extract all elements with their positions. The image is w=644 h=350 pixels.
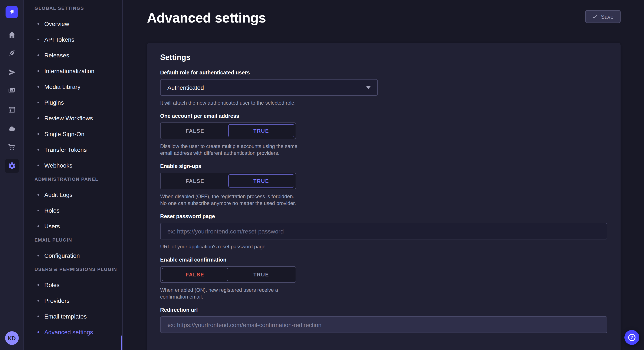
sidebar-item-admin-roles[interactable]: Roles (24, 205, 122, 216)
page-title: Advanced settings (147, 10, 266, 26)
active-item-indicator (121, 336, 122, 350)
email-confirmation-toggle: FALSE TRUE (160, 266, 296, 283)
field-label: Enable sign-ups (160, 163, 607, 169)
toggle-option-true[interactable]: TRUE (228, 268, 294, 281)
select-value: Authenticated (168, 84, 204, 91)
toggle-option-false[interactable]: FALSE (162, 124, 228, 137)
save-button[interactable]: Save (585, 10, 620, 23)
cloud-icon[interactable] (4, 121, 19, 136)
bullet-icon (38, 133, 39, 135)
sidebar-item-review-workflows[interactable]: Review Workflows (24, 113, 122, 123)
sidebar-item-providers[interactable]: Providers (24, 296, 122, 306)
bullet-icon (38, 149, 39, 151)
bullet-icon (38, 255, 39, 256)
section-header: ADMINISTRATION PANEL (24, 176, 122, 182)
sidebar-item-api-tokens[interactable]: API Tokens (24, 34, 122, 45)
check-icon (592, 14, 598, 19)
reset-password-input[interactable] (160, 223, 607, 239)
sidebar-item-media-library[interactable]: Media Library (24, 82, 122, 92)
bullet-icon (38, 331, 39, 333)
bullet-icon (38, 86, 39, 88)
sidebar-item-single-sign-on[interactable]: Single Sign-On (24, 129, 122, 139)
field-hint: When enabled (ON), new registered users … (160, 287, 302, 300)
home-icon[interactable] (4, 28, 19, 42)
field-reset-password: Reset password page URL of your applicat… (160, 213, 607, 250)
sidebar-item-webhooks[interactable]: Webhooks (24, 160, 122, 171)
section-header: USERS & PERMISSIONS PLUGIN (24, 266, 122, 272)
sidebar-item-email-templates[interactable]: Email templates (24, 311, 122, 322)
one-account-toggle: FALSE TRUE (160, 123, 296, 139)
nav-rail: KD (0, 0, 24, 350)
bullet-icon (38, 70, 39, 72)
toggle-option-false[interactable]: FALSE (162, 174, 228, 187)
field-hint: URL of your application's reset password… (160, 243, 607, 250)
bullet-icon (38, 165, 39, 166)
field-hint: When disabled (OFF), the registration pr… (160, 193, 302, 207)
bullet-icon (38, 54, 39, 56)
strapi-glyph (8, 9, 15, 15)
toggle-option-true[interactable]: TRUE (228, 174, 294, 187)
paper-plane-icon[interactable] (4, 65, 19, 80)
toggle-option-false[interactable]: FALSE (162, 268, 228, 281)
default-role-select[interactable]: Authenticated (160, 79, 378, 96)
bullet-icon (38, 23, 39, 25)
sidebar-item-plugins[interactable]: Plugins (24, 97, 122, 108)
rail-icon-list (0, 24, 24, 326)
sidebar-item-advanced-settings[interactable]: Advanced settings (24, 327, 122, 337)
field-one-account: One account per email address FALSE TRUE… (160, 113, 607, 157)
sidebar-item-up-roles[interactable]: Roles (24, 280, 122, 290)
logo-section (0, 0, 24, 24)
settings-sidebar: GLOBAL SETTINGS Overview API Tokens Rele… (24, 0, 122, 350)
bullet-icon (38, 300, 39, 302)
settings-panel: Settings Default role for authenticated … (147, 43, 620, 350)
settings-gear-icon[interactable] (4, 159, 19, 173)
field-hint: Disallow the user to create multiple acc… (160, 143, 302, 157)
bullet-icon (38, 117, 39, 119)
sidebar-item-transfer-tokens[interactable]: Transfer Tokens (24, 145, 122, 155)
field-email-confirmation: Enable email confirmation FALSE TRUE Whe… (160, 257, 607, 300)
bullet-icon (38, 225, 39, 227)
media-library-icon[interactable] (4, 84, 19, 98)
section-administration-panel: ADMINISTRATION PANEL Audit Logs Roles Us… (24, 176, 122, 231)
field-label: Redirection url (160, 307, 607, 313)
avatar[interactable]: KD (5, 331, 18, 345)
app-root: KD GLOBAL SETTINGS Overview API Tokens R… (0, 0, 644, 350)
page-header: Advanced settings Save (147, 10, 620, 27)
bullet-icon (38, 316, 39, 317)
field-label: Enable email confirmation (160, 257, 607, 263)
sidebar-item-audit-logs[interactable]: Audit Logs (24, 190, 122, 200)
sidebar-item-configuration[interactable]: Configuration (24, 250, 122, 261)
sidebar-item-overview[interactable]: Overview (24, 19, 122, 29)
sidebar-item-releases[interactable]: Releases (24, 50, 122, 60)
main-content: Advanced settings Save Settings Default … (122, 0, 644, 350)
help-button[interactable]: ? (624, 330, 639, 345)
layout-icon[interactable] (4, 103, 19, 117)
bullet-icon (38, 102, 39, 103)
field-redirection-url: Redirection url (160, 307, 607, 333)
redirection-url-input[interactable] (160, 316, 607, 333)
bullet-icon (38, 284, 39, 286)
enable-signups-toggle: FALSE TRUE (160, 173, 296, 189)
section-header: GLOBAL SETTINGS (24, 5, 122, 11)
field-enable-signups: Enable sign-ups FALSE TRUE When disabled… (160, 163, 607, 207)
toggle-option-true[interactable]: TRUE (228, 124, 294, 137)
strapi-logo-icon[interactable] (6, 6, 18, 18)
bullet-icon (38, 210, 39, 211)
section-global-settings: GLOBAL SETTINGS Overview API Tokens Rele… (24, 5, 122, 171)
panel-title: Settings (160, 53, 607, 62)
question-mark-icon: ? (628, 334, 636, 341)
feather-icon[interactable] (4, 46, 19, 61)
chevron-down-icon (366, 86, 370, 89)
section-users-permissions-plugin: USERS & PERMISSIONS PLUGIN Roles Provide… (24, 266, 122, 337)
field-label: Default role for authenticated users (160, 70, 607, 76)
avatar-section: KD (0, 326, 24, 350)
field-label: One account per email address (160, 113, 607, 119)
marketplace-cart-icon[interactable] (4, 140, 19, 154)
field-hint: It will attach the new authenticated use… (160, 100, 607, 106)
bullet-icon (38, 39, 39, 40)
field-label: Reset password page (160, 213, 607, 219)
bullet-icon (38, 194, 39, 196)
sidebar-item-users[interactable]: Users (24, 221, 122, 231)
section-email-plugin: EMAIL PLUGIN Configuration (24, 237, 122, 261)
sidebar-item-internationalization[interactable]: Internationalization (24, 66, 122, 76)
